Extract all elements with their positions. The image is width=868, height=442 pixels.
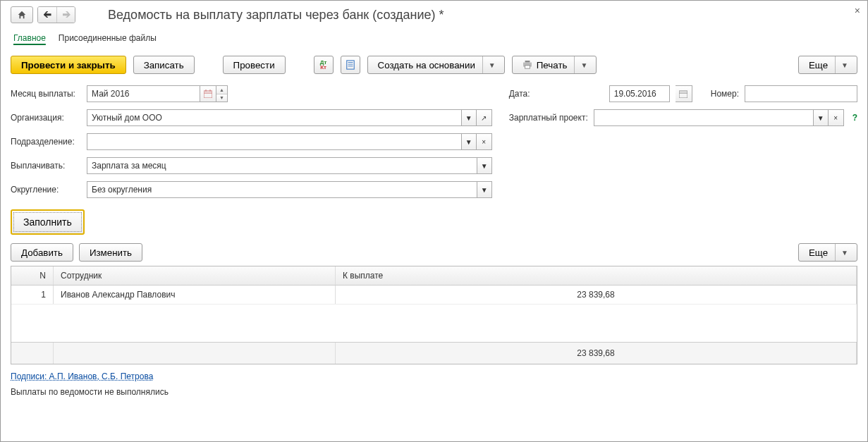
add-button[interactable]: Добавить <box>11 243 73 262</box>
month-input[interactable]: Май 2016 <box>87 85 200 102</box>
cell-amt: 23 839,68 <box>336 286 857 304</box>
write-button[interactable]: Записать <box>133 56 195 74</box>
create-based-button[interactable]: Создать на основании ▼ <box>367 56 505 74</box>
date-input[interactable]: 19.05.2016 <box>609 85 670 102</box>
table-footer: 23 839,68 <box>11 342 857 364</box>
more-button[interactable]: Еще ▼ <box>798 56 857 74</box>
org-dropdown[interactable]: ▼ <box>461 109 477 126</box>
print-label: Печать <box>537 60 568 70</box>
forward-button[interactable]: 🡲 <box>56 7 75 23</box>
calendar-icon[interactable] <box>200 85 216 102</box>
chevron-down-icon: ▼ <box>841 249 848 257</box>
org-open[interactable]: ↗ <box>477 109 492 126</box>
round-dropdown[interactable]: ▼ <box>477 181 492 198</box>
close-icon[interactable]: × <box>855 5 860 16</box>
chevron-down-icon: ▼ <box>580 61 587 69</box>
printer-icon <box>522 61 532 69</box>
number-input[interactable] <box>745 85 857 102</box>
pay-dropdown[interactable]: ▼ <box>477 157 492 174</box>
post-button[interactable]: Провести <box>223 56 286 74</box>
dtct-icon-button[interactable]: ДтКт <box>314 56 334 74</box>
th-n[interactable]: N <box>11 266 54 285</box>
org-input[interactable]: Уютный дом ООО <box>87 109 461 126</box>
total-amount: 23 839,68 <box>336 343 857 364</box>
signatures-link[interactable]: Подписи: А.П. Иванов, С.Б. Петрова <box>11 372 153 381</box>
table-row[interactable]: 1 Иванов Александр Павлович 23 839,68 <box>11 286 857 305</box>
table-more-label: Еще <box>809 247 828 258</box>
payment-status: Выплаты по ведомости не выполнялись <box>11 387 857 397</box>
table-more-button[interactable]: Еще ▼ <box>798 243 857 262</box>
main-toolbar: Провести и закрыть Записать Провести ДтК… <box>11 56 857 74</box>
svg-rect-0 <box>346 61 354 69</box>
label-project: Зарплатный проект: <box>509 113 588 123</box>
top-nav: 🡰 🡲 Ведомость на выплату зарплаты через … <box>11 6 857 23</box>
table-toolbar: Добавить Изменить Еще ▼ <box>11 243 857 262</box>
cell-n: 1 <box>11 286 54 304</box>
label-number: Номер: <box>711 89 739 99</box>
form: Месяц выплаты: Май 2016 ▲▼ Организация: … <box>11 85 857 205</box>
app-window: × 🡰 🡲 Ведомость на выплату зарплаты чере… <box>0 0 868 442</box>
employee-table: N Сотрудник К выплате 1 Иванов Александр… <box>11 266 857 364</box>
page-title: Ведомость на выплату зарплаты через банк… <box>108 8 444 23</box>
dept-clear[interactable]: × <box>477 133 492 150</box>
tab-main[interactable]: Главное <box>13 30 46 46</box>
label-date: Дата: <box>509 89 542 99</box>
more-label: Еще <box>809 60 828 70</box>
dept-dropdown[interactable]: ▼ <box>461 133 477 150</box>
month-spin[interactable]: ▲▼ <box>216 85 228 102</box>
tab-files[interactable]: Присоединенные файлы <box>59 30 157 46</box>
print-button[interactable]: Печать ▼ <box>512 56 597 74</box>
th-amt[interactable]: К выплате <box>336 266 857 285</box>
label-round: Округление: <box>11 185 87 195</box>
report-icon-button[interactable] <box>341 56 360 74</box>
home-button[interactable] <box>11 6 33 23</box>
help-icon[interactable]: ? <box>852 113 857 123</box>
chevron-down-icon: ▼ <box>841 61 848 69</box>
th-emp[interactable]: Сотрудник <box>54 266 336 285</box>
post-close-button[interactable]: Провести и закрыть <box>11 56 126 74</box>
fill-button[interactable]: Заполнить <box>11 209 85 235</box>
label-org: Организация: <box>11 113 87 123</box>
svg-rect-11 <box>679 91 687 98</box>
back-button[interactable]: 🡰 <box>38 7 56 23</box>
label-dept: Подразделение: <box>11 137 87 147</box>
history-nav: 🡰 🡲 <box>37 6 75 23</box>
svg-rect-7 <box>204 91 212 98</box>
label-month: Месяц выплаты: <box>11 89 87 99</box>
dept-input[interactable] <box>87 133 461 150</box>
round-input[interactable]: Без округления <box>87 181 477 198</box>
cell-emp: Иванов Александр Павлович <box>54 286 336 304</box>
project-dropdown[interactable]: ▼ <box>813 109 829 126</box>
pay-input[interactable]: Зарплата за месяц <box>87 157 477 174</box>
svg-rect-6 <box>525 66 530 68</box>
tabs: Главное Присоединенные файлы <box>11 30 857 46</box>
edit-button[interactable]: Изменить <box>79 243 142 262</box>
chevron-down-icon: ▼ <box>489 61 496 69</box>
project-clear[interactable]: × <box>829 109 844 126</box>
svg-rect-4 <box>525 61 530 63</box>
label-pay: Выплачивать: <box>11 161 87 171</box>
project-input[interactable] <box>594 109 813 126</box>
create-based-label: Создать на основании <box>378 60 475 70</box>
table-header: N Сотрудник К выплате <box>11 266 857 286</box>
date-calendar-icon[interactable] <box>676 85 692 102</box>
table-body: 1 Иванов Александр Павлович 23 839,68 <box>11 286 857 342</box>
